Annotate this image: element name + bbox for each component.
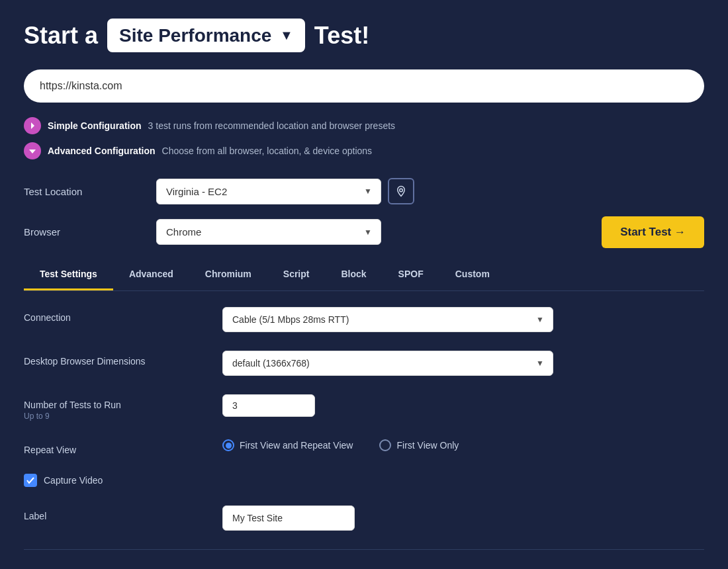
repeat-view-option2[interactable]: First View Only	[379, 439, 459, 451]
advanced-config-toggle[interactable]	[24, 142, 41, 159]
capture-video-label: Capture Video	[44, 475, 103, 486]
test-location-label: Test Location	[24, 186, 143, 197]
simple-config-row: Simple Configuration 3 test runs from re…	[24, 117, 704, 134]
start-test-button[interactable]: Start Test →	[602, 216, 704, 248]
checkmark-icon	[26, 476, 34, 484]
capture-video-checkbox[interactable]	[24, 474, 37, 487]
tab-test-settings[interactable]: Test Settings	[24, 259, 113, 290]
simple-config-toggle[interactable]	[24, 117, 41, 134]
config-options: Simple Configuration 3 test runs from re…	[24, 117, 704, 159]
label-row: Label	[24, 505, 704, 531]
advanced-config-row: Advanced Configuration Choose from all b…	[24, 142, 704, 159]
chevron-right-icon	[28, 121, 37, 130]
repeat-view-radio-group: First View and Repeat View First View On…	[222, 439, 704, 451]
url-input[interactable]	[24, 69, 704, 103]
tab-content-test-settings: Connection Cable (5/1 Mbps 28ms RTT) DSL…	[24, 291, 704, 531]
test-type-select[interactable]: Site Performance Page Speed Uptime	[119, 25, 272, 46]
num-tests-label: Number of Tests to Run	[24, 400, 209, 410]
test-location-select[interactable]: Virginia - EC2 California London Tokyo	[156, 179, 381, 204]
desktop-dimensions-select-wrapper: default (1366x768) 1920x1080 1280x800 ▼	[222, 351, 553, 376]
svg-point-2	[400, 189, 403, 192]
advanced-config-label: Advanced Configuration	[48, 146, 156, 156]
url-input-container	[24, 69, 704, 103]
header-test-text: Test!	[314, 22, 369, 50]
bottom-divider	[24, 549, 704, 550]
repeat-view-label: Repeat View	[24, 445, 209, 455]
repeat-view-control: First View and Repeat View First View On…	[222, 439, 704, 451]
label-label-col: Label	[24, 505, 209, 521]
connection-select[interactable]: Cable (5/1 Mbps 28ms RTT) DSL 3G 4G LTE	[222, 307, 553, 332]
repeat-view-label-col: Repeat View	[24, 439, 209, 455]
advanced-config-description: Choose from all browser, location, & dev…	[162, 146, 373, 156]
num-tests-row: Number of Tests to Run Up to 9	[24, 394, 704, 421]
browser-select-wrapper: Chrome Firefox Safari Edge ▼	[156, 219, 381, 245]
repeat-view-option1-label: First View and Repeat View	[240, 440, 353, 451]
browser-select[interactable]: Chrome Firefox Safari Edge	[156, 219, 381, 245]
page-header: Start a Site Performance Page Speed Upti…	[24, 19, 704, 52]
tab-script[interactable]: Script	[267, 259, 326, 290]
desktop-dimensions-control: default (1366x768) 1920x1080 1280x800 ▼	[222, 351, 704, 376]
connection-label: Connection	[24, 312, 209, 323]
test-type-dropdown[interactable]: Site Performance Page Speed Uptime ▼	[107, 19, 305, 52]
connection-row: Connection Cable (5/1 Mbps 28ms RTT) DSL…	[24, 307, 704, 332]
connection-control: Cable (5/1 Mbps 28ms RTT) DSL 3G 4G LTE …	[222, 307, 704, 332]
tabs-container: Test Settings Advanced Chromium Script B…	[24, 259, 704, 291]
tab-spof[interactable]: SPOF	[383, 259, 439, 290]
repeat-view-radio2-indicator	[379, 439, 391, 451]
connection-select-wrapper: Cable (5/1 Mbps 28ms RTT) DSL 3G 4G LTE …	[222, 307, 553, 332]
tabs-row: Test Settings Advanced Chromium Script B…	[24, 259, 704, 290]
repeat-view-radio1-indicator	[222, 439, 234, 451]
header-start-text: Start a	[24, 22, 98, 50]
desktop-dimensions-label-col: Desktop Browser Dimensions	[24, 351, 209, 367]
svg-marker-1	[29, 150, 36, 153]
tab-block[interactable]: Block	[325, 259, 382, 290]
desktop-dimensions-row: Desktop Browser Dimensions default (1366…	[24, 351, 704, 376]
tab-chromium[interactable]: Chromium	[189, 259, 267, 290]
test-location-row: Test Location Virginia - EC2 California …	[24, 178, 704, 204]
repeat-view-option1[interactable]: First View and Repeat View	[222, 439, 353, 451]
desktop-dimensions-label: Desktop Browser Dimensions	[24, 356, 209, 367]
tab-custom[interactable]: Custom	[439, 259, 506, 290]
num-tests-label-col: Number of Tests to Run Up to 9	[24, 394, 209, 421]
num-tests-input[interactable]	[222, 394, 315, 417]
test-location-select-wrapper: Virginia - EC2 California London Tokyo ▼	[156, 178, 414, 204]
browser-label: Browser	[24, 226, 143, 238]
chevron-down-icon	[28, 146, 37, 155]
simple-config-label: Simple Configuration	[48, 120, 142, 131]
label-control	[222, 505, 704, 531]
location-pin-button[interactable]	[388, 178, 414, 204]
location-pin-icon	[395, 185, 407, 197]
browser-row: Browser Chrome Firefox Safari Edge ▼ Sta…	[24, 219, 704, 245]
num-tests-sublabel: Up to 9	[24, 412, 209, 421]
desktop-dimensions-select[interactable]: default (1366x768) 1920x1080 1280x800	[222, 351, 553, 376]
repeat-view-option2-label: First View Only	[396, 440, 459, 451]
tab-advanced[interactable]: Advanced	[113, 259, 189, 290]
simple-config-description: 3 test runs from recommended location an…	[148, 120, 396, 131]
dropdown-arrow-icon: ▼	[280, 28, 293, 43]
capture-video-row: Capture Video	[24, 474, 704, 487]
label-input[interactable]	[222, 505, 355, 531]
svg-marker-0	[31, 122, 34, 129]
label-label: Label	[24, 511, 209, 521]
form-section: Test Location Virginia - EC2 California …	[24, 178, 704, 245]
repeat-view-row: Repeat View First View and Repeat View F…	[24, 439, 704, 455]
num-tests-control	[222, 394, 704, 417]
connection-label-col: Connection	[24, 307, 209, 323]
